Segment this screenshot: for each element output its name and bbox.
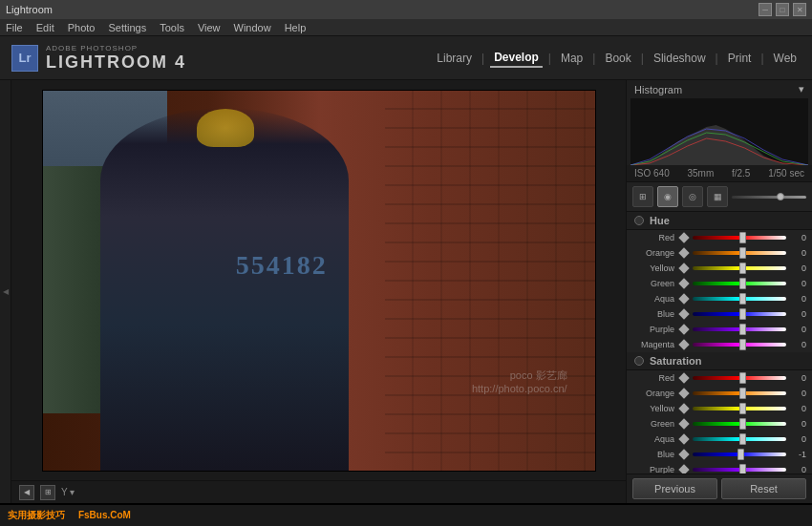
tab-print[interactable]: Print (724, 50, 756, 67)
filmstrip-view-icon[interactable]: ⊞ (40, 485, 55, 500)
hue-blue-label: Blue (632, 309, 678, 319)
hue-orange-row: Orange 0 (627, 245, 812, 261)
header: Lr ADOBE PHOTOSHOP LIGHTROOM 4 Library |… (0, 36, 812, 80)
tool-spot-icon[interactable]: ◉ (657, 186, 678, 207)
sat-yellow-track[interactable] (693, 407, 786, 410)
sat-red-track[interactable] (693, 376, 786, 380)
sat-purple-diamond[interactable] (678, 464, 689, 473)
tab-library[interactable]: Library (433, 50, 476, 67)
menu-help[interactable]: Help (285, 22, 307, 33)
sat-purple-track[interactable] (693, 468, 786, 472)
hue-green-track[interactable] (693, 282, 786, 285)
watermark-poco: poco 影艺廊 http://photo.poco.cn/ (472, 368, 567, 394)
section-hue-toggle[interactable]: Hue (627, 212, 812, 230)
hue-green-row: Green 0 (627, 276, 812, 291)
sat-blue-track[interactable] (693, 452, 786, 456)
minimize-button[interactable]: ─ (759, 3, 772, 16)
tool-graduated-icon[interactable]: ▦ (707, 186, 728, 207)
photo-flowers (197, 109, 254, 147)
histogram-svg (630, 98, 808, 165)
close-button[interactable]: ✕ (793, 3, 806, 16)
left-panel[interactable]: ◀ (0, 80, 11, 503)
sat-red-value: 0 (789, 373, 806, 383)
hue-orange-label: Orange (632, 248, 678, 258)
hue-magenta-track[interactable] (693, 343, 786, 347)
tool-crop-icon[interactable]: ⊞ (632, 186, 653, 207)
histogram-dropdown-icon[interactable]: ▾ (799, 83, 804, 95)
reset-button[interactable]: Reset (721, 478, 806, 499)
sat-aqua-row: Aqua 0 (627, 431, 812, 447)
tab-web[interactable]: Web (770, 50, 801, 67)
filmstrip-prev-icon[interactable]: ◀ (19, 485, 34, 500)
menu-file[interactable]: File (6, 22, 23, 33)
sat-green-track[interactable] (693, 422, 786, 426)
menu-edit[interactable]: Edit (36, 22, 54, 33)
section-saturation-toggle[interactable]: Saturation (627, 352, 812, 370)
sat-red-diamond[interactable] (678, 372, 689, 383)
sat-red-label: Red (632, 373, 678, 383)
sat-blue-row: Blue -1 (627, 447, 812, 462)
window-controls[interactable]: ─ □ ✕ (759, 3, 806, 16)
tool-slider[interactable] (732, 196, 806, 199)
sat-orange-track[interactable] (693, 391, 786, 395)
hue-aqua-diamond[interactable] (678, 293, 689, 304)
tool-redeye-icon[interactable]: ◎ (682, 186, 703, 207)
sat-aqua-diamond[interactable] (678, 433, 689, 444)
menu-photo[interactable]: Photo (68, 22, 96, 33)
sat-purple-label: Purple (632, 465, 678, 473)
tab-develop[interactable]: Develop (490, 49, 543, 68)
hue-yellow-track[interactable] (693, 266, 786, 270)
sat-blue-diamond[interactable] (678, 449, 689, 459)
hue-aqua-value: 0 (789, 294, 806, 304)
hue-purple-diamond[interactable] (678, 324, 689, 334)
tab-book[interactable]: Book (601, 50, 634, 67)
bottom-bar: 实用摄影技巧 FsBus.CoM (0, 503, 812, 526)
hue-aqua-track[interactable] (693, 297, 786, 301)
hue-yellow-diamond[interactable] (678, 263, 689, 273)
sat-aqua-track[interactable] (693, 437, 786, 441)
sat-yellow-diamond[interactable] (678, 403, 689, 413)
left-panel-arrow: ◀ (3, 287, 9, 296)
histogram-section: Histogram ▾ (627, 80, 812, 182)
hue-magenta-diamond[interactable] (678, 339, 689, 349)
maximize-button[interactable]: □ (776, 3, 789, 16)
app-title-group: ADOBE PHOTOSHOP LIGHTROOM 4 (46, 44, 186, 73)
menu-view[interactable]: View (198, 22, 221, 33)
menu-tools[interactable]: Tools (160, 22, 184, 33)
photo-area: 554182 poco 影艺廊 http://photo.poco.cn/ (11, 80, 626, 480)
hue-green-value: 0 (789, 279, 806, 288)
hue-purple-track[interactable] (693, 327, 786, 331)
panel-buttons: Previous Reset (627, 473, 812, 503)
sat-orange-diamond[interactable] (678, 388, 689, 398)
lr-logo: Lr (11, 45, 38, 72)
hue-aqua-label: Aqua (632, 294, 678, 304)
tab-slideshow[interactable]: Slideshow (650, 50, 710, 67)
sat-yellow-row: Yellow 0 (627, 401, 812, 416)
hue-blue-diamond[interactable] (678, 308, 689, 319)
sat-red-row: Red 0 (627, 370, 812, 386)
tab-map[interactable]: Map (557, 50, 587, 67)
previous-button[interactable]: Previous (632, 478, 717, 499)
title-bar: Lightroom ─ □ ✕ (0, 0, 812, 19)
hue-purple-value: 0 (789, 325, 806, 334)
photo-canvas: 554182 poco 影艺廊 http://photo.poco.cn/ (42, 90, 596, 472)
hue-red-diamond[interactable] (678, 232, 689, 242)
hue-orange-track[interactable] (693, 251, 786, 255)
right-panel: Histogram ▾ (626, 80, 812, 503)
menu-window[interactable]: Window (234, 22, 271, 33)
tool-slider-thumb (777, 193, 784, 200)
sat-green-diamond[interactable] (678, 418, 689, 429)
sat-purple-row: Purple 0 (627, 462, 812, 473)
sat-toggle-dot (634, 356, 644, 366)
sat-yellow-label: Yellow (632, 404, 678, 413)
hsl-section[interactable]: Hue Red 0 Orange 0 Yellow (627, 212, 812, 473)
menu-settings[interactable]: Settings (108, 22, 146, 33)
filmstrip-label: Y ▾ (61, 487, 75, 497)
hue-orange-diamond[interactable] (678, 247, 689, 258)
hue-red-row: Red 0 (627, 230, 812, 245)
hue-blue-track[interactable] (693, 312, 786, 316)
hue-red-track[interactable] (693, 236, 786, 240)
hue-blue-value: 0 (789, 309, 806, 319)
hue-green-diamond[interactable] (678, 278, 689, 288)
hue-yellow-label: Yellow (632, 263, 678, 273)
